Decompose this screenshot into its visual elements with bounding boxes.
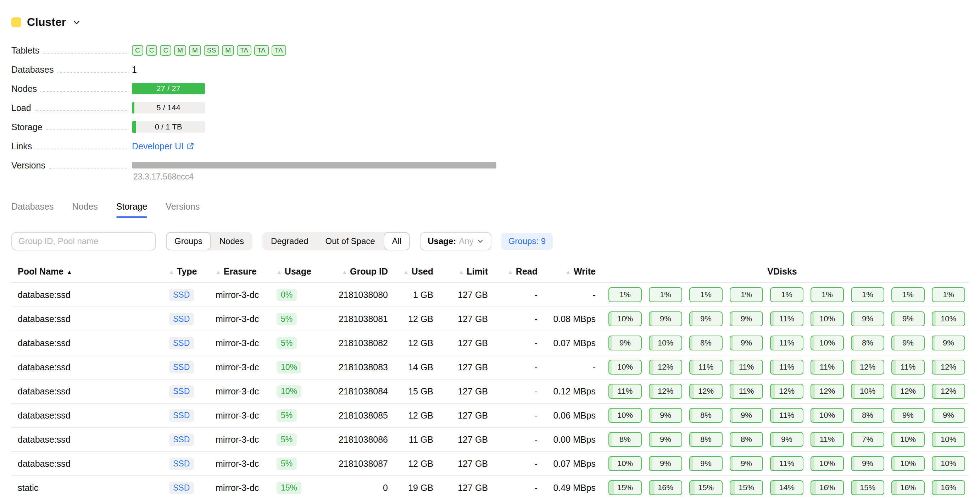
tab-storage[interactable]: Storage [116,202,148,218]
column-header-pool-name[interactable]: Pool Name▲ [11,266,169,277]
column-header-usage[interactable]: ▲Usage [277,266,333,277]
vdisk-badge[interactable]: 8% [851,336,884,350]
vdisk-badge[interactable]: 9% [851,312,884,326]
vdisk-badge[interactable]: 9% [932,408,965,423]
vdisk-badge[interactable]: 9% [689,312,722,326]
vdisk-badge[interactable]: 12% [649,384,682,399]
vdisk-badge[interactable]: 12% [932,360,965,375]
tablet-badge[interactable]: M [222,45,234,56]
vdisk-badge[interactable]: 15% [851,480,884,495]
vdisk-badge[interactable]: 9% [730,456,763,471]
search-input[interactable] [11,232,156,250]
vdisk-badge[interactable]: 11% [811,432,844,447]
vdisk-badge[interactable]: 12% [811,384,844,399]
vdisk-badge[interactable]: 7% [851,432,884,447]
filter-all[interactable]: All [383,232,410,250]
vdisk-badge[interactable]: 15% [608,480,642,495]
vdisk-badge[interactable]: 9% [649,432,682,447]
vdisk-badge[interactable]: 1% [689,287,722,302]
vdisk-badge[interactable]: 16% [649,480,682,495]
vdisk-badge[interactable]: 10% [608,360,642,375]
vdisk-badge[interactable]: 1% [730,287,763,302]
vdisk-badge[interactable]: 12% [932,384,965,399]
vdisk-badge[interactable]: 11% [770,336,803,350]
vdisk-badge[interactable]: 9% [730,408,763,423]
vdisk-badge[interactable]: 10% [932,432,965,447]
vdisk-badge[interactable]: 8% [689,432,722,447]
column-header-group-id[interactable]: ▲Group ID [333,266,388,277]
tab-nodes[interactable]: Nodes [72,202,98,218]
vdisk-badge[interactable]: 11% [730,360,763,375]
tablet-badge[interactable]: TA [272,45,286,56]
vdisk-badge[interactable]: 15% [730,480,763,495]
vdisk-badge[interactable]: 10% [932,456,965,471]
vdisk-badge[interactable]: 9% [770,432,803,447]
tab-versions[interactable]: Versions [165,202,200,218]
vdisk-badge[interactable]: 11% [770,408,803,423]
column-header-vdisks[interactable]: VDisks [596,266,969,277]
column-header-erasure[interactable]: ▲Erasure [216,266,277,277]
vdisk-badge[interactable]: 9% [649,456,682,471]
vdisk-badge[interactable]: 1% [932,287,965,302]
vdisk-badge[interactable]: 10% [811,312,844,326]
vdisk-badge[interactable]: 11% [811,360,844,375]
toggle-groups[interactable]: Groups [166,232,211,250]
vdisk-badge[interactable]: 14% [770,480,803,495]
vdisk-badge[interactable]: 9% [891,408,925,423]
vdisk-badge[interactable]: 10% [811,456,844,471]
vdisk-badge[interactable]: 12% [770,384,803,399]
column-header-used[interactable]: ▲Used [388,266,433,277]
vdisk-badge[interactable]: 9% [608,336,642,350]
vdisk-badge[interactable]: 1% [770,287,803,302]
vdisk-badge[interactable]: 12% [649,360,682,375]
vdisk-badge[interactable]: 10% [891,456,925,471]
column-header-type[interactable]: ▲Type [169,266,216,277]
vdisk-badge[interactable]: 10% [891,432,925,447]
vdisk-badge[interactable]: 8% [689,408,722,423]
tablet-badge[interactable]: C [146,45,158,56]
vdisk-badge[interactable]: 9% [891,312,925,326]
chevron-down-icon[interactable] [72,18,81,27]
vdisk-badge[interactable]: 9% [851,456,884,471]
tablet-badge[interactable]: TA [237,45,251,56]
vdisk-badge[interactable]: 10% [608,312,642,326]
vdisk-badge[interactable]: 9% [891,336,925,350]
vdisk-badge[interactable]: 8% [608,432,642,447]
vdisk-badge[interactable]: 9% [649,312,682,326]
tablet-badge[interactable]: TA [254,45,269,56]
vdisk-badge[interactable]: 1% [608,287,642,302]
tablet-badge[interactable]: C [160,45,171,56]
tablet-badge[interactable]: SS [204,45,219,56]
toggle-nodes[interactable]: Nodes [211,232,253,250]
vdisk-badge[interactable]: 9% [730,336,763,350]
vdisk-badge[interactable]: 10% [649,336,682,350]
vdisk-badge[interactable]: 9% [730,312,763,326]
vdisk-badge[interactable]: 8% [730,432,763,447]
vdisk-badge[interactable]: 11% [891,360,925,375]
vdisk-badge[interactable]: 10% [851,384,884,399]
vdisk-badge[interactable]: 1% [851,287,884,302]
vdisk-badge[interactable]: 11% [689,360,722,375]
tablet-badge[interactable]: C [132,45,143,56]
vdisk-badge[interactable]: 11% [770,360,803,375]
vdisk-badge[interactable]: 10% [608,456,642,471]
vdisk-badge[interactable]: 8% [851,408,884,423]
vdisk-badge[interactable]: 1% [891,287,925,302]
vdisk-badge[interactable]: 11% [770,312,803,326]
column-header-write[interactable]: ▲Write [538,266,596,277]
vdisk-badge[interactable]: 12% [891,384,925,399]
vdisk-badge[interactable]: 9% [649,408,682,423]
tablet-badge[interactable]: M [189,45,201,56]
vdisk-badge[interactable]: 11% [730,384,763,399]
vdisk-badge[interactable]: 10% [811,336,844,350]
vdisk-badge[interactable]: 16% [811,480,844,495]
vdisk-badge[interactable]: 1% [811,287,844,302]
vdisk-badge[interactable]: 16% [932,480,965,495]
vdisk-badge[interactable]: 9% [932,336,965,350]
tab-databases[interactable]: Databases [11,202,54,218]
column-header-read[interactable]: ▲Read [488,266,538,277]
filter-out-of-space[interactable]: Out of Space [317,232,383,250]
vdisk-badge[interactable]: 12% [851,360,884,375]
vdisk-badge[interactable]: 10% [608,408,642,423]
vdisk-badge[interactable]: 11% [608,384,642,399]
